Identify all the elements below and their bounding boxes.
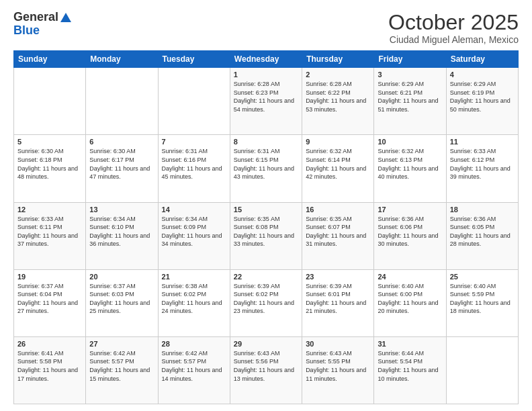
day-info: Sunrise: 6:29 AMSunset: 6:21 PMDaylight:… bbox=[378, 80, 442, 113]
day-info: Sunrise: 6:32 AMSunset: 6:14 PMDaylight:… bbox=[306, 147, 370, 181]
weekday-sunday: Sunday bbox=[14, 51, 86, 68]
header: General Blue October 2025 Ciudad Miguel … bbox=[13, 11, 519, 45]
calendar-subtitle: Ciudad Miguel Aleman, Mexico bbox=[388, 34, 519, 45]
day-info: Sunrise: 6:28 AMSunset: 6:22 PMDaylight:… bbox=[306, 80, 370, 113]
day-info: Sunrise: 6:42 AMSunset: 5:57 PMDaylight:… bbox=[162, 349, 226, 383]
day-number: 12 bbox=[17, 205, 82, 214]
day-number: 13 bbox=[89, 205, 154, 214]
day-number: 5 bbox=[17, 138, 82, 146]
day-cell: 21Sunrise: 6:38 AMSunset: 6:02 PMDayligh… bbox=[158, 269, 230, 336]
day-info: Sunrise: 6:28 AMSunset: 6:23 PMDaylight:… bbox=[234, 80, 298, 113]
day-number: 20 bbox=[89, 273, 154, 281]
day-info: Sunrise: 6:42 AMSunset: 5:57 PMDaylight:… bbox=[89, 349, 154, 383]
day-cell: 20Sunrise: 6:37 AMSunset: 6:03 PMDayligh… bbox=[86, 269, 158, 336]
day-info: Sunrise: 6:40 AMSunset: 6:00 PMDaylight:… bbox=[378, 282, 442, 316]
day-info: Sunrise: 6:38 AMSunset: 6:02 PMDaylight:… bbox=[162, 282, 226, 316]
day-cell bbox=[86, 68, 158, 135]
day-number: 24 bbox=[378, 273, 442, 281]
day-info: Sunrise: 6:36 AMSunset: 6:06 PMDaylight:… bbox=[378, 215, 442, 248]
day-cell: 13Sunrise: 6:34 AMSunset: 6:10 PMDayligh… bbox=[86, 202, 158, 269]
week-row-0: 1Sunrise: 6:28 AMSunset: 6:23 PMDaylight… bbox=[14, 68, 519, 135]
weekday-thursday: Thursday bbox=[302, 51, 374, 68]
day-number: 3 bbox=[378, 71, 442, 79]
day-info: Sunrise: 6:30 AMSunset: 6:17 PMDaylight:… bbox=[89, 147, 154, 181]
day-info: Sunrise: 6:39 AMSunset: 6:01 PMDaylight:… bbox=[306, 282, 370, 316]
day-cell: 31Sunrise: 6:44 AMSunset: 5:54 PMDayligh… bbox=[374, 336, 446, 404]
day-cell bbox=[14, 68, 86, 135]
day-cell: 19Sunrise: 6:37 AMSunset: 6:04 PMDayligh… bbox=[14, 269, 86, 336]
day-cell: 29Sunrise: 6:43 AMSunset: 5:56 PMDayligh… bbox=[230, 336, 302, 404]
day-cell: 15Sunrise: 6:35 AMSunset: 6:08 PMDayligh… bbox=[230, 202, 302, 269]
day-number: 9 bbox=[306, 138, 370, 146]
day-number: 28 bbox=[162, 340, 226, 348]
day-info: Sunrise: 6:36 AMSunset: 6:05 PMDaylight:… bbox=[450, 215, 515, 248]
day-cell: 10Sunrise: 6:32 AMSunset: 6:13 PMDayligh… bbox=[374, 135, 446, 202]
day-cell bbox=[158, 68, 230, 135]
day-cell: 7Sunrise: 6:31 AMSunset: 6:16 PMDaylight… bbox=[158, 135, 230, 202]
day-cell: 17Sunrise: 6:36 AMSunset: 6:06 PMDayligh… bbox=[374, 202, 446, 269]
day-number: 4 bbox=[450, 71, 515, 79]
day-number: 27 bbox=[89, 340, 154, 348]
day-cell: 28Sunrise: 6:42 AMSunset: 5:57 PMDayligh… bbox=[158, 336, 230, 404]
day-number: 29 bbox=[234, 340, 298, 348]
day-number: 30 bbox=[306, 340, 370, 348]
day-info: Sunrise: 6:31 AMSunset: 6:16 PMDaylight:… bbox=[162, 147, 226, 181]
weekday-friday: Friday bbox=[374, 51, 446, 68]
day-info: Sunrise: 6:37 AMSunset: 6:03 PMDaylight:… bbox=[89, 282, 154, 316]
day-cell: 16Sunrise: 6:35 AMSunset: 6:07 PMDayligh… bbox=[302, 202, 374, 269]
day-cell: 9Sunrise: 6:32 AMSunset: 6:14 PMDaylight… bbox=[302, 135, 374, 202]
week-row-4: 26Sunrise: 6:41 AMSunset: 5:58 PMDayligh… bbox=[14, 336, 519, 404]
calendar-title: October 2025 bbox=[388, 11, 519, 34]
logo-blue: Blue bbox=[13, 24, 71, 38]
day-number: 7 bbox=[162, 138, 226, 146]
day-cell: 1Sunrise: 6:28 AMSunset: 6:23 PMDaylight… bbox=[230, 68, 302, 135]
day-number: 25 bbox=[450, 273, 515, 281]
logo-general: General bbox=[13, 11, 58, 24]
day-number: 10 bbox=[378, 138, 442, 146]
day-cell: 25Sunrise: 6:40 AMSunset: 5:59 PMDayligh… bbox=[446, 269, 518, 336]
day-number: 21 bbox=[162, 273, 226, 281]
day-cell: 6Sunrise: 6:30 AMSunset: 6:17 PMDaylight… bbox=[86, 135, 158, 202]
day-info: Sunrise: 6:34 AMSunset: 6:10 PMDaylight:… bbox=[89, 215, 154, 248]
day-info: Sunrise: 6:29 AMSunset: 6:19 PMDaylight:… bbox=[450, 80, 515, 113]
day-number: 6 bbox=[89, 138, 154, 146]
week-row-1: 5Sunrise: 6:30 AMSunset: 6:18 PMDaylight… bbox=[14, 135, 519, 202]
day-number: 31 bbox=[378, 340, 442, 348]
svg-marker-0 bbox=[60, 13, 71, 22]
day-cell: 3Sunrise: 6:29 AMSunset: 6:21 PMDaylight… bbox=[374, 68, 446, 135]
day-cell: 18Sunrise: 6:36 AMSunset: 6:05 PMDayligh… bbox=[446, 202, 518, 269]
day-info: Sunrise: 6:43 AMSunset: 5:56 PMDaylight:… bbox=[234, 349, 298, 383]
day-number: 1 bbox=[234, 71, 298, 79]
weekday-header-row: SundayMondayTuesdayWednesdayThursdayFrid… bbox=[14, 51, 519, 68]
day-number: 23 bbox=[306, 273, 370, 281]
page: General Blue October 2025 Ciudad Miguel … bbox=[0, 0, 532, 411]
day-info: Sunrise: 6:33 AMSunset: 6:11 PMDaylight:… bbox=[17, 215, 82, 248]
title-block: October 2025 Ciudad Miguel Aleman, Mexic… bbox=[388, 11, 519, 45]
day-number: 15 bbox=[234, 205, 298, 214]
day-cell: 30Sunrise: 6:43 AMSunset: 5:55 PMDayligh… bbox=[302, 336, 374, 404]
logo: General Blue bbox=[13, 11, 71, 38]
day-number: 11 bbox=[450, 138, 515, 146]
day-number: 18 bbox=[450, 205, 515, 214]
day-info: Sunrise: 6:41 AMSunset: 5:58 PMDaylight:… bbox=[17, 349, 82, 383]
day-cell: 8Sunrise: 6:31 AMSunset: 6:15 PMDaylight… bbox=[230, 135, 302, 202]
logo-icon bbox=[60, 13, 71, 22]
calendar-table: SundayMondayTuesdayWednesdayThursdayFrid… bbox=[13, 50, 519, 404]
day-cell: 2Sunrise: 6:28 AMSunset: 6:22 PMDaylight… bbox=[302, 68, 374, 135]
weekday-monday: Monday bbox=[86, 51, 158, 68]
week-row-3: 19Sunrise: 6:37 AMSunset: 6:04 PMDayligh… bbox=[14, 269, 519, 336]
week-row-2: 12Sunrise: 6:33 AMSunset: 6:11 PMDayligh… bbox=[14, 202, 519, 269]
day-info: Sunrise: 6:35 AMSunset: 6:07 PMDaylight:… bbox=[306, 215, 370, 248]
day-info: Sunrise: 6:37 AMSunset: 6:04 PMDaylight:… bbox=[17, 282, 82, 316]
day-cell: 5Sunrise: 6:30 AMSunset: 6:18 PMDaylight… bbox=[14, 135, 86, 202]
day-number: 8 bbox=[234, 138, 298, 146]
day-cell: 23Sunrise: 6:39 AMSunset: 6:01 PMDayligh… bbox=[302, 269, 374, 336]
day-number: 16 bbox=[306, 205, 370, 214]
day-number: 22 bbox=[234, 273, 298, 281]
day-info: Sunrise: 6:35 AMSunset: 6:08 PMDaylight:… bbox=[234, 215, 298, 248]
weekday-wednesday: Wednesday bbox=[230, 51, 302, 68]
weekday-tuesday: Tuesday bbox=[158, 51, 230, 68]
day-cell: 11Sunrise: 6:33 AMSunset: 6:12 PMDayligh… bbox=[446, 135, 518, 202]
day-number: 26 bbox=[17, 340, 82, 348]
day-cell: 27Sunrise: 6:42 AMSunset: 5:57 PMDayligh… bbox=[86, 336, 158, 404]
